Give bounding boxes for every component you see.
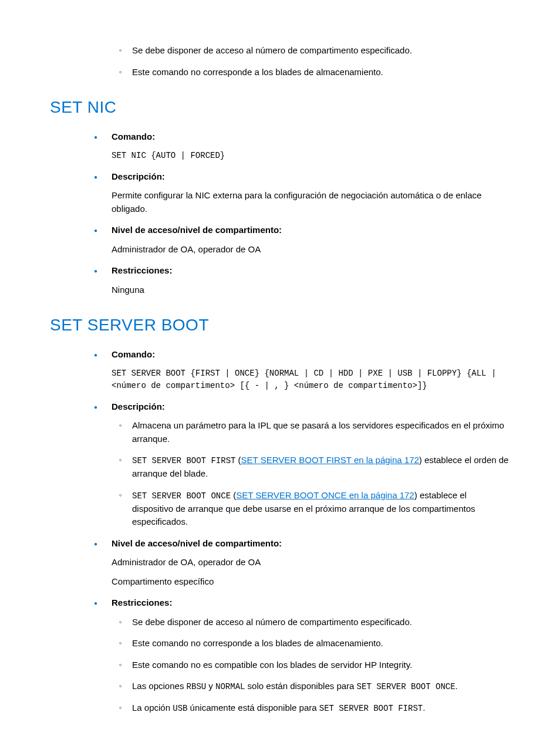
sub-item: La opción USB únicamente está disponible… [132,701,510,715]
text: Este comando no corresponde a los blades… [132,67,383,77]
item-nivel: Nivel de acceso/nivel de compartimento: … [112,224,510,256]
text: . [423,703,425,713]
intro-list: Se debe disponer de acceso al número de … [50,44,510,79]
sub-item: SET SERVER BOOT ONCE (SET SERVER BOOT ON… [132,489,510,529]
label: Descripción: [112,171,165,181]
text: solo están disponibles para [245,681,356,691]
sub-item: SET SERVER BOOT FIRST (SET SERVER BOOT F… [132,454,510,481]
code-inline: NORMAL [215,682,245,691]
text: Se debe disponer de acceso al número de … [132,45,412,55]
code-inline: SET SERVER BOOT ONCE [132,491,231,501]
heading-set-server-boot: SET SERVER BOOT [50,313,510,337]
item-comando: Comando: SET NIC {AUTO | FORCED} [112,130,510,162]
label: Nivel de acceso/nivel de compartimento: [112,538,282,548]
code-inline: SET SERVER BOOT FIRST [132,456,235,465]
label: Restricciones: [112,265,172,275]
intro-sub-item: Se debe disponer de acceso al número de … [132,44,510,58]
sub-item: Almacena un parámetro para la IPL que se… [132,419,510,445]
text: Se debe disponer de acceso al número de … [132,617,412,627]
text: ) [414,490,420,500]
item-descripcion: Descripción: Almacena un parámetro para … [112,400,510,529]
sub-item: Las opciones RBSU y NORMAL solo están di… [132,680,510,693]
text: . [456,681,458,691]
label: Descripción: [112,401,165,411]
code-block: SET NIC {AUTO | FORCED} [112,150,510,162]
text: Compartimento específico [112,575,510,589]
text: Administrador de OA, operador de OA [112,243,510,256]
item-nivel: Nivel de acceso/nivel de compartimento: … [112,537,510,589]
label: Restricciones: [112,598,172,607]
sub-item: Este comando no es compatible con los bl… [132,659,510,672]
text: Administrador de OA, operador de OA [112,556,510,569]
text: ( [235,455,241,465]
text: Este comando no es compatible con los bl… [132,660,412,670]
set-server-boot-list: Comando: SET SERVER BOOT {FIRST | ONCE} … [50,348,510,715]
heading-set-nic: SET NIC [50,95,510,120]
code-inline: SET SERVER BOOT FIRST [319,704,423,713]
text: Las opciones [132,681,187,691]
item-restricciones: Restricciones: Ninguna [112,264,510,296]
text: y [206,681,215,691]
set-nic-list: Comando: SET NIC {AUTO | FORCED} Descrip… [50,130,510,296]
item-comando: Comando: SET SERVER BOOT {FIRST | ONCE} … [112,348,510,392]
text: únicamente está disponible para [187,703,319,713]
sub-item: Se debe disponer de acceso al número de … [132,616,510,629]
text: Permite configurar la NIC externa para l… [112,189,510,215]
code-inline: RBSU [187,682,207,691]
sub-item: Este comando no corresponde a los blades… [132,637,510,650]
label: Comando: [112,349,155,359]
link-boot-first[interactable]: SET SERVER BOOT FIRST en la página 172 [241,455,419,465]
text: Este comando no corresponde a los blades… [132,638,383,648]
code-inline: USB [173,704,187,713]
intro-sub-item: Este comando no corresponde a los blades… [132,66,510,79]
code-block: SET SERVER BOOT {FIRST | ONCE} {NORMAL |… [112,367,510,392]
code-inline: SET SERVER BOOT ONCE [357,682,456,691]
item-restricciones: Restricciones: Se debe disponer de acces… [112,596,510,715]
text: Almacena un parámetro para la IPL que se… [132,420,504,444]
text: ( [231,490,236,500]
intro-list-item: Se debe disponer de acceso al número de … [112,44,510,79]
label: Comando: [112,131,155,141]
text: La opción [132,703,173,713]
label: Nivel de acceso/nivel de compartimento: [112,225,282,235]
text: ) [419,455,424,465]
descripcion-sublist: Almacena un parámetro para la IPL que se… [112,419,510,529]
restricciones-sublist: Se debe disponer de acceso al número de … [112,616,510,715]
item-descripcion: Descripción: Permite configurar la NIC e… [112,170,510,216]
text: Ninguna [112,283,510,297]
link-boot-once[interactable]: SET SERVER BOOT ONCE en la página 172 [236,490,414,500]
